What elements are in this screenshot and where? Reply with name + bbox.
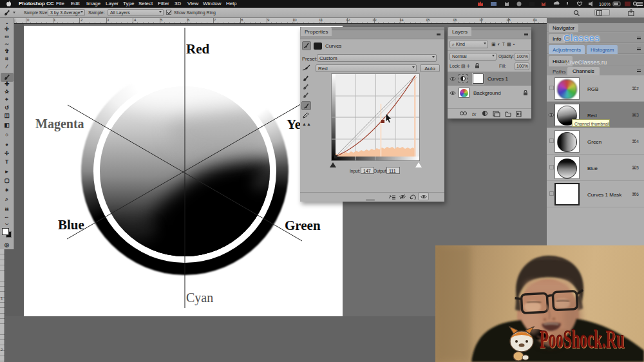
svg-text:100%: 100% <box>599 2 611 6</box>
svg-text:fx: fx <box>472 111 477 117</box>
